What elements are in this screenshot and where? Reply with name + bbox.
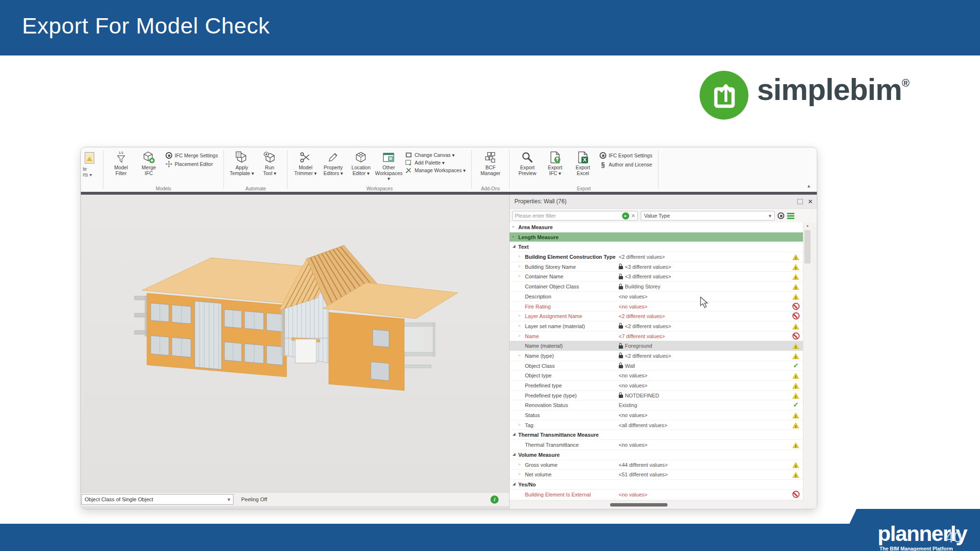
- expand-icon[interactable]: ▹: [512, 224, 514, 229]
- object-class-dropdown[interactable]: Object Class of Single Object ▾: [81, 494, 234, 505]
- location-editor-button[interactable]: LocationEditor ▾: [347, 149, 375, 176]
- property-name: Fire Rating: [525, 304, 551, 309]
- status-cell: [790, 392, 802, 399]
- property-row[interactable]: Status<no values>: [510, 410, 803, 420]
- clipped-button[interactable]: terts ▾: [81, 147, 103, 192]
- ifc-export-settings-button[interactable]: IFC Export Settings: [600, 152, 652, 159]
- export-preview-button[interactable]: ExportPreview: [513, 149, 541, 176]
- add-palette-button[interactable]: Add Palette ▾: [405, 160, 466, 165]
- viewport-bottom-bar: Object Class of Single Object ▾ Peeling …: [81, 492, 509, 506]
- scrollbar-thumb[interactable]: [804, 230, 811, 264]
- property-row[interactable]: Description<no values>: [510, 292, 803, 302]
- property-row[interactable]: ▹Name (type)<2 different values>: [510, 351, 803, 361]
- property-row[interactable]: ▹Length Measure: [510, 232, 803, 242]
- horizontal-scrollbar[interactable]: [510, 500, 803, 509]
- property-name: Status: [525, 412, 540, 418]
- export-ifc-button[interactable]: ExportIFC ▾: [541, 149, 569, 176]
- properties-filter-bar: Please enter filter ▸ ✕ Value Type ▾: [510, 209, 817, 223]
- ribbon-group-export: ExportPreview ExportIFC ▾: [510, 147, 658, 192]
- warning-icon: [792, 442, 800, 448]
- expand-icon[interactable]: ▹: [519, 264, 521, 268]
- property-row[interactable]: ▹Net volume<51 different values>: [510, 470, 803, 480]
- property-row[interactable]: ◢Text: [510, 242, 803, 252]
- property-name: Object type: [525, 373, 552, 378]
- warning-icon: [792, 254, 800, 260]
- property-row[interactable]: Fire Rating<no values>: [510, 302, 803, 312]
- slide-header: Export For Model Check: [0, 0, 980, 55]
- model-trimmer-button[interactable]: ModelTrimmer ▾: [291, 149, 319, 176]
- property-row[interactable]: Building Element Is External<no values>: [510, 490, 803, 500]
- property-value: <2 different values>: [619, 323, 671, 329]
- author-license-button[interactable]: § Author and License: [600, 161, 652, 168]
- expand-icon[interactable]: ▹: [512, 234, 514, 239]
- close-icon[interactable]: ✕: [808, 198, 813, 205]
- property-row[interactable]: ▹Layer Assignment Name<2 different value…: [510, 311, 803, 321]
- expand-icon[interactable]: ▹: [519, 313, 521, 318]
- expand-icon[interactable]: ▹: [519, 472, 521, 476]
- ifc-merge-settings-button[interactable]: IFC Merge Settings: [166, 152, 218, 159]
- expand-icon[interactable]: ◢: [512, 432, 515, 436]
- property-row[interactable]: Object ClassWall✓: [510, 361, 803, 371]
- property-row[interactable]: Container Object ClassBuilding Storey: [510, 282, 803, 292]
- menu-icon[interactable]: [787, 213, 794, 219]
- property-row[interactable]: Predefined type (type)NOTDEFINED: [510, 391, 803, 401]
- property-row[interactable]: ▹Gross volume<44 different values>: [510, 460, 803, 470]
- export-excel-button[interactable]: X ExportExcel: [569, 149, 597, 176]
- property-row[interactable]: Predefined type<no values>: [510, 381, 803, 391]
- property-row[interactable]: ▹Name<7 different values>: [510, 331, 803, 342]
- filter-clear-icon[interactable]: ✕: [631, 213, 635, 219]
- property-row[interactable]: ▹Layer set name (material)<2 different v…: [510, 321, 803, 331]
- scroll-up-icon[interactable]: ▴: [803, 223, 812, 228]
- scrollbar-thumb[interactable]: [610, 503, 668, 507]
- property-row[interactable]: ▹Area Measure: [510, 222, 803, 232]
- expand-icon[interactable]: ▹: [519, 422, 521, 427]
- value-type-dropdown[interactable]: Value Type ▾: [641, 211, 775, 220]
- filter-apply-icon[interactable]: ▸: [622, 212, 629, 220]
- property-row[interactable]: Object type<no values>: [510, 371, 803, 381]
- peeling-status-label: Peeling Off: [241, 496, 267, 502]
- other-workspaces-button[interactable]: OtherWorkspaces ▾: [375, 149, 402, 182]
- model-viewport[interactable]: Object Class of Single Object ▾ Peeling …: [81, 195, 509, 509]
- manage-workspaces-button[interactable]: Manage Workspaces ▾: [405, 167, 466, 173]
- property-row[interactable]: ◢Thermal Transmittance Measure: [510, 430, 803, 440]
- property-value: <51 different values>: [619, 472, 668, 477]
- expand-icon[interactable]: ◢: [512, 244, 515, 248]
- property-row[interactable]: ▹Building Storey Name<3 different values…: [510, 262, 803, 272]
- expand-icon[interactable]: ▹: [519, 353, 521, 357]
- expand-icon[interactable]: ▹: [519, 462, 521, 466]
- vertical-scrollbar[interactable]: ▴: [803, 222, 812, 501]
- property-row[interactable]: Name (material)Foreground: [510, 341, 803, 351]
- info-icon[interactable]: i: [490, 496, 499, 504]
- property-row[interactable]: ▹Building Element Construction Type<2 di…: [510, 252, 803, 262]
- expand-icon[interactable]: ▹: [519, 274, 521, 278]
- restore-icon[interactable]: [797, 199, 803, 204]
- placement-editor-button[interactable]: Placement Editor: [166, 161, 218, 167]
- apply-template-button[interactable]: ApplyTemplate ▾: [228, 149, 256, 176]
- ribbon-collapse-button[interactable]: ▴: [807, 183, 810, 189]
- ribbon-group-automate: ApplyTemplate ▾ RunTool ▾ Automate: [224, 147, 287, 192]
- run-tool-button[interactable]: RunTool ▾: [256, 149, 283, 176]
- property-row[interactable]: ▹Tag<all different values>: [510, 420, 803, 430]
- property-row[interactable]: ◢Yes/No: [510, 480, 803, 490]
- expand-icon[interactable]: ◢: [512, 452, 515, 456]
- property-row[interactable]: ▹Container Name<3 different values>: [510, 272, 803, 282]
- status-cell: [790, 471, 802, 478]
- model-filter-button[interactable]: 1/1 ModelFilter: [107, 149, 135, 176]
- view-settings-icon[interactable]: [778, 212, 784, 219]
- merge-ifc-button[interactable]: MergeIFC: [135, 149, 163, 176]
- expand-icon[interactable]: ▹: [519, 323, 521, 328]
- expand-icon[interactable]: ▹: [519, 254, 521, 258]
- property-value: NOTDEFINED: [619, 393, 659, 398]
- expand-icon[interactable]: ▹: [519, 333, 521, 338]
- property-row[interactable]: Thermal Transmittance<no values>: [510, 440, 803, 450]
- filter-input[interactable]: Please enter filter ▸ ✕: [512, 211, 638, 220]
- expand-icon[interactable]: ◢: [512, 482, 515, 486]
- change-canvas-button[interactable]: Change Canvas ▾: [405, 152, 466, 158]
- property-name: Name (type): [525, 353, 554, 359]
- property-row[interactable]: Renovation StatusExisting✓: [510, 400, 803, 410]
- blocked-icon: [792, 332, 800, 340]
- bcf-manager-button[interactable]: BCFManager: [476, 149, 505, 176]
- property-row[interactable]: ◢Volume Measure: [510, 450, 803, 460]
- property-editors-button[interactable]: PropertyEditors ▾: [319, 149, 347, 176]
- warning-icon: [792, 323, 800, 330]
